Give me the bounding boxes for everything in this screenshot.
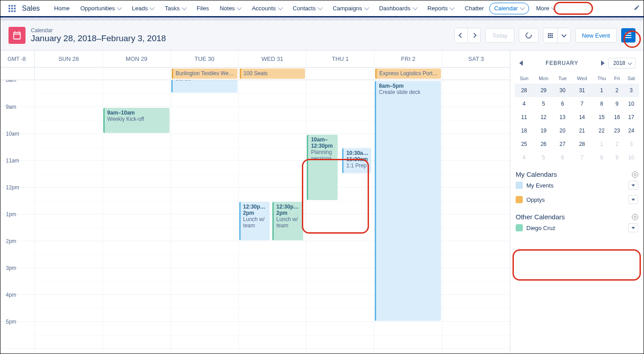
mini-day[interactable]: 15 bbox=[593, 111, 610, 124]
prev-week-button[interactable] bbox=[455, 28, 467, 43]
calendar-event[interactable]: 12:30p… 2pmLunch w/ team bbox=[239, 202, 270, 240]
calendar-options-button[interactable] bbox=[628, 195, 638, 204]
my-calendars-settings-icon[interactable] bbox=[632, 171, 638, 178]
nav-campaigns[interactable]: Campaigns bbox=[327, 0, 374, 17]
mini-day[interactable]: 8 bbox=[593, 97, 610, 111]
mini-day[interactable]: 25 bbox=[515, 137, 534, 151]
mini-day[interactable]: 5 bbox=[534, 97, 554, 111]
allday-cell[interactable]: 100 Seats bbox=[238, 68, 306, 80]
mini-day[interactable]: 11 bbox=[515, 111, 534, 124]
mini-day[interactable]: 22 bbox=[593, 124, 610, 137]
nav-tasks[interactable]: Tasks bbox=[159, 0, 191, 17]
hour-label: 8am bbox=[6, 80, 16, 83]
sidebar-toggle-button[interactable] bbox=[621, 28, 636, 43]
calendar-event[interactable]: 9am–10amWeekly Kick-off bbox=[103, 108, 169, 133]
mini-day[interactable]: 16 bbox=[610, 111, 623, 124]
view-grid-button[interactable] bbox=[543, 28, 557, 43]
refresh-button[interactable] bbox=[519, 28, 538, 43]
mini-day[interactable]: 10 bbox=[623, 151, 639, 164]
allday-cell[interactable]: Express Logistics Porta… bbox=[374, 68, 442, 80]
mini-day[interactable]: 4 bbox=[515, 151, 534, 164]
calendar-event[interactable]: 7:30am–8:30amCoffee bbox=[171, 80, 237, 93]
app-launcher-icon[interactable] bbox=[8, 4, 17, 13]
mini-day[interactable]: 29 bbox=[534, 84, 554, 97]
mini-day[interactable]: 6 bbox=[554, 97, 571, 111]
calendar-options-button[interactable] bbox=[628, 223, 638, 232]
allday-cell[interactable] bbox=[34, 68, 102, 80]
calendar-grid: GMT -8 SUN 28MON 29TUE 30WED 31THU 1FRI … bbox=[0, 51, 510, 353]
mini-day[interactable]: 7 bbox=[572, 151, 593, 164]
mini-day[interactable]: 14 bbox=[572, 111, 593, 124]
allday-cell[interactable] bbox=[442, 68, 510, 80]
day-column[interactable] bbox=[34, 80, 102, 353]
other-calendars-settings-icon[interactable] bbox=[632, 214, 638, 220]
calendar-options-button[interactable] bbox=[628, 181, 638, 190]
mini-day[interactable]: 10 bbox=[623, 97, 639, 111]
nav-leads[interactable]: Leads bbox=[127, 0, 159, 17]
mini-day[interactable]: 6 bbox=[554, 151, 571, 164]
allday-cell[interactable] bbox=[306, 68, 374, 80]
next-week-button[interactable] bbox=[467, 28, 480, 43]
mini-day[interactable]: 28 bbox=[515, 84, 534, 97]
nav-notes[interactable]: Notes bbox=[214, 0, 246, 17]
day-column[interactable] bbox=[306, 80, 374, 353]
mini-day[interactable]: 12 bbox=[534, 111, 554, 124]
nav-more[interactable]: More bbox=[531, 0, 561, 17]
allday-event[interactable]: Express Logistics Porta… bbox=[375, 68, 441, 79]
nav-chatter[interactable]: Chatter bbox=[459, 0, 489, 17]
edit-nav-icon[interactable] bbox=[634, 4, 640, 12]
mini-day[interactable]: 9 bbox=[610, 97, 623, 111]
allday-event[interactable]: Burlington Textiles We… bbox=[172, 68, 237, 79]
mini-day[interactable]: 1 bbox=[593, 84, 610, 97]
nav-dashboards[interactable]: Dashboards bbox=[374, 0, 422, 17]
nav-home[interactable]: Home bbox=[49, 0, 75, 17]
calendar-event[interactable]: 10am–12:30pmPlanning sessions bbox=[307, 135, 338, 200]
mini-day[interactable]: 1 bbox=[593, 137, 610, 151]
calendar-event[interactable]: 10:30a… 11:30am1:1 Prep bbox=[342, 148, 371, 173]
nav-accounts[interactable]: Accounts bbox=[246, 0, 287, 17]
nav-opportunities[interactable]: Opportunities bbox=[75, 0, 127, 17]
allday-row: Burlington Textiles We…100 SeatsExpress … bbox=[0, 68, 510, 80]
mini-day[interactable]: 2 bbox=[610, 137, 623, 151]
nav-contacts[interactable]: Contacts bbox=[288, 0, 327, 17]
mini-day[interactable]: 13 bbox=[554, 111, 571, 124]
mini-day[interactable]: 8 bbox=[593, 151, 610, 164]
mini-prev-month-button[interactable] bbox=[518, 60, 523, 66]
allday-event[interactable]: 100 Seats bbox=[240, 68, 305, 79]
mini-month-label: FEBRUARY bbox=[523, 60, 601, 66]
nav-reports[interactable]: Reports bbox=[422, 0, 460, 17]
nav-files[interactable]: Files bbox=[191, 0, 214, 17]
mini-day[interactable]: 9 bbox=[610, 151, 623, 164]
calendar-event[interactable]: 8am–5pmCreate slide deck bbox=[375, 81, 441, 321]
mini-day[interactable]: 23 bbox=[610, 124, 623, 137]
app-name: Sales bbox=[22, 4, 40, 13]
mini-day[interactable]: 18 bbox=[515, 124, 534, 137]
mini-day[interactable]: 5 bbox=[534, 151, 554, 164]
mini-day[interactable]: 30 bbox=[554, 84, 571, 97]
mini-day[interactable]: 27 bbox=[554, 137, 571, 151]
allday-cell[interactable]: Burlington Textiles We… bbox=[170, 68, 238, 80]
mini-day[interactable]: 4 bbox=[515, 97, 534, 111]
allday-cell[interactable] bbox=[102, 68, 170, 80]
new-event-button[interactable]: New Event bbox=[575, 28, 617, 43]
mini-next-month-button[interactable] bbox=[601, 60, 606, 66]
mini-year-select[interactable]: 2018 bbox=[608, 58, 636, 68]
day-column[interactable] bbox=[170, 80, 238, 353]
view-dropdown-button[interactable] bbox=[557, 28, 570, 43]
mini-day[interactable]: 2 bbox=[610, 84, 623, 97]
mini-day[interactable]: 17 bbox=[623, 111, 639, 124]
mini-day[interactable]: 31 bbox=[572, 84, 593, 97]
mini-day[interactable]: 28 bbox=[572, 137, 593, 151]
nav-calendar[interactable]: Calendar bbox=[489, 3, 529, 14]
mini-day[interactable]: 20 bbox=[554, 124, 571, 137]
mini-day[interactable]: 21 bbox=[572, 124, 593, 137]
today-button[interactable]: Today bbox=[485, 28, 514, 43]
mini-day[interactable]: 24 bbox=[623, 124, 639, 137]
mini-day[interactable]: 26 bbox=[534, 137, 554, 151]
mini-day[interactable]: 3 bbox=[623, 137, 639, 151]
mini-day[interactable]: 19 bbox=[534, 124, 554, 137]
day-column[interactable] bbox=[442, 80, 510, 353]
mini-day[interactable]: 3 bbox=[623, 84, 639, 97]
calendar-event[interactable]: 12:30p… 2pmLunch w/ team bbox=[272, 202, 303, 240]
mini-day[interactable]: 7 bbox=[572, 97, 593, 111]
